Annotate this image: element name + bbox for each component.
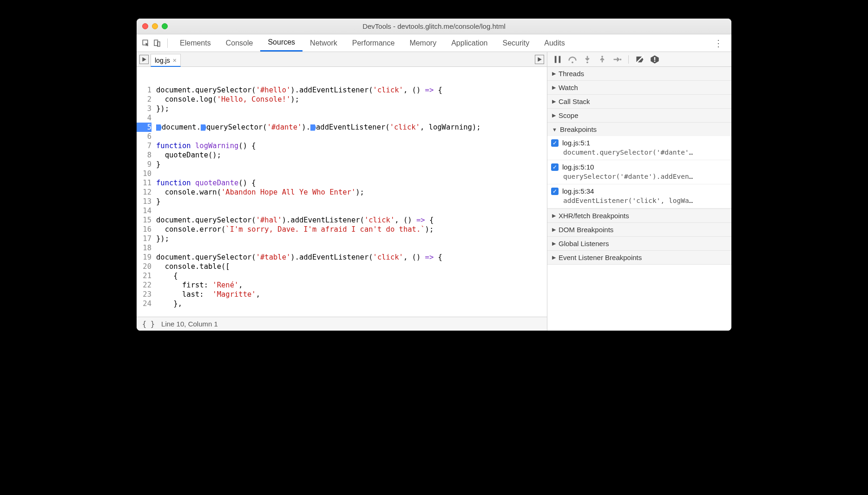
line-number[interactable]: 3 [137, 104, 151, 113]
show-debugger-icon[interactable] [535, 55, 544, 64]
line-number[interactable]: 22 [137, 280, 151, 290]
code-line[interactable]: console.table([ [156, 262, 547, 271]
step-out-icon[interactable] [598, 55, 607, 64]
expand-triangle-icon: ▶ [552, 85, 556, 91]
code-line[interactable]: } [156, 197, 547, 206]
close-tab-icon[interactable]: × [173, 57, 177, 64]
pause-icon[interactable] [553, 55, 562, 64]
file-tab[interactable]: log.js × [151, 54, 181, 67]
tab-sources[interactable]: Sources [260, 34, 302, 52]
line-number[interactable]: 15 [137, 215, 151, 225]
pretty-print-icon[interactable]: { } [142, 320, 155, 328]
code-line[interactable]: quoteDante(); [156, 150, 547, 160]
line-number[interactable]: 14 [137, 206, 151, 215]
line-number[interactable]: 1 [137, 85, 151, 95]
section-header[interactable]: ▶Scope [547, 109, 731, 122]
code-line[interactable] [156, 113, 547, 123]
svg-rect-5 [555, 56, 557, 63]
expand-triangle-icon: ▶ [552, 213, 556, 219]
section-header[interactable]: ▶Event Listener Breakpoints [547, 251, 731, 264]
code-line[interactable] [156, 243, 547, 253]
minimize-window-button[interactable] [152, 23, 158, 29]
code-line[interactable]: document.querySelector('#table').addEven… [156, 253, 547, 262]
code-line[interactable] [156, 206, 547, 215]
breakpoint-item[interactable]: ✓log.js:5:10querySelector('#dante').addE… [547, 160, 731, 184]
tab-console[interactable]: Console [218, 34, 261, 52]
line-number[interactable]: 9 [137, 160, 151, 169]
line-number[interactable]: 24 [137, 299, 151, 308]
breakpoint-checkbox[interactable]: ✓ [551, 139, 559, 147]
line-number[interactable]: 7 [137, 141, 151, 150]
breakpoint-item[interactable]: ✓log.js:5:34addEventListener('click', lo… [547, 184, 731, 208]
line-number[interactable]: 23 [137, 290, 151, 299]
section-global-listeners: ▶Global Listeners [547, 237, 731, 251]
status-bar: { } Line 10, Column 1 [137, 317, 547, 331]
line-number[interactable]: 4 [137, 113, 151, 123]
step-into-icon[interactable] [583, 55, 592, 64]
device-toolbar-icon[interactable] [151, 38, 163, 49]
code-line[interactable]: }); [156, 234, 547, 243]
show-navigator-icon[interactable] [139, 55, 149, 64]
code-line[interactable]: function logWarning() { [156, 141, 547, 150]
section-header[interactable]: ▶Threads [547, 67, 731, 80]
tab-memory[interactable]: Memory [402, 34, 444, 52]
code-line[interactable]: }); [156, 104, 547, 113]
step-icon[interactable] [612, 55, 622, 64]
close-window-button[interactable] [142, 23, 148, 29]
code-line[interactable]: console.warn('Abandon Hope All Ye Who En… [156, 188, 547, 197]
line-number[interactable]: 20 [137, 262, 151, 271]
section-header[interactable]: ▶Call Stack [547, 95, 731, 108]
section-header[interactable]: ▶Watch [547, 81, 731, 94]
code-line[interactable]: { [156, 271, 547, 280]
line-number[interactable]: 8 [137, 150, 151, 160]
breakpoint-checkbox[interactable]: ✓ [551, 188, 559, 195]
more-menu-icon[interactable]: ⋮ [709, 38, 728, 49]
line-number[interactable]: 10 [137, 169, 151, 178]
code-line[interactable]: last: 'Magritte', [156, 290, 547, 299]
pause-on-exceptions-icon[interactable] [650, 55, 659, 64]
section-header[interactable]: ▶DOM Breakpoints [547, 223, 731, 236]
debugger-toolbar [547, 52, 731, 67]
breakpoints-list: ✓log.js:5:1document.querySelector('#dant… [547, 136, 731, 208]
step-over-icon[interactable] [568, 55, 577, 64]
section-header[interactable]: ▶Global Listeners [547, 237, 731, 250]
tab-network[interactable]: Network [302, 34, 345, 52]
tab-security[interactable]: Security [495, 34, 537, 52]
code-line[interactable]: function quoteDante() { [156, 178, 547, 188]
code-line[interactable] [156, 132, 547, 141]
line-number[interactable]: 18 [137, 243, 151, 253]
breakpoint-checkbox[interactable]: ✓ [551, 163, 559, 171]
line-number[interactable]: 21 [137, 271, 151, 280]
line-number[interactable]: 5 [137, 123, 151, 132]
deactivate-breakpoints-icon[interactable] [635, 55, 644, 64]
tab-elements[interactable]: Elements [172, 34, 218, 52]
line-number[interactable]: 19 [137, 253, 151, 262]
code-line[interactable]: document.querySelector('#dante').addEven… [156, 123, 547, 132]
inspect-element-icon[interactable] [140, 38, 151, 49]
code-line[interactable]: document.querySelector('#hal').addEventL… [156, 215, 547, 225]
line-number[interactable]: 17 [137, 234, 151, 243]
code-line[interactable]: document.querySelector('#hello').addEven… [156, 85, 547, 95]
code-line[interactable] [156, 169, 547, 178]
breakpoint-item[interactable]: ✓log.js:5:1document.querySelector('#dant… [547, 136, 731, 160]
code-editor[interactable]: 123456789101112131415161718192021222324 … [137, 67, 547, 317]
line-number[interactable]: 2 [137, 95, 151, 104]
line-number[interactable]: 12 [137, 188, 151, 197]
line-number[interactable]: 16 [137, 225, 151, 234]
code-line[interactable]: first: 'René', [156, 280, 547, 290]
line-number[interactable]: 13 [137, 197, 151, 206]
code-line[interactable]: }, [156, 299, 547, 308]
zoom-window-button[interactable] [162, 23, 168, 29]
code-line[interactable]: } [156, 160, 547, 169]
section-header[interactable]: ▶XHR/fetch Breakpoints [547, 209, 731, 222]
breakpoint-location: log.js:5:10 [562, 163, 594, 171]
line-number[interactable]: 11 [137, 178, 151, 188]
tab-audits[interactable]: Audits [537, 34, 572, 52]
svg-point-9 [601, 55, 603, 57]
breakpoints-header[interactable]: ▼ Breakpoints [547, 123, 731, 136]
code-line[interactable]: console.error(`I'm sorry, Dave. I'm afra… [156, 225, 547, 234]
code-line[interactable]: console.log('Hello, Console!'); [156, 95, 547, 104]
tab-performance[interactable]: Performance [345, 34, 402, 52]
tab-application[interactable]: Application [444, 34, 495, 52]
line-number[interactable]: 6 [137, 132, 151, 141]
